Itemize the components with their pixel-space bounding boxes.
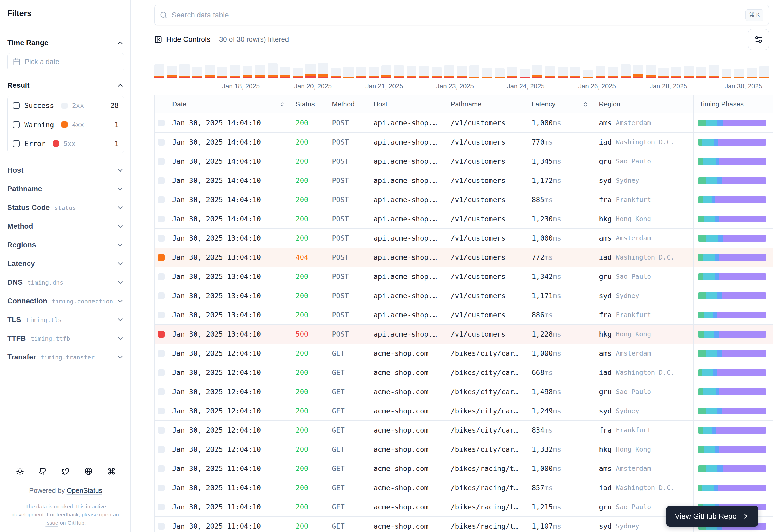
timeline-bar-43[interactable] <box>696 67 707 78</box>
timeline-bar-29[interactable] <box>520 69 530 78</box>
timeline-bar-40[interactable] <box>659 68 669 78</box>
timeline-bar-14[interactable] <box>331 68 341 78</box>
sidebar-item-ttfb[interactable]: TTFBtiming.ttfb <box>7 329 124 348</box>
timeline-bar-34[interactable] <box>583 70 593 78</box>
table-row[interactable]: Jan 30, 2025 12:04:10200GETacme-shop.com… <box>154 363 773 382</box>
timeline-bar-6[interactable] <box>230 65 240 78</box>
checkbox[interactable] <box>13 102 20 109</box>
timeline-bar-2[interactable] <box>179 64 189 78</box>
row-select-checkbox[interactable] <box>158 139 165 146</box>
row-select-checkbox[interactable] <box>158 120 165 126</box>
table-row[interactable]: Jan 30, 2025 14:04:10200POSTapi.acme-sho… <box>154 209 773 229</box>
timeline-bar-3[interactable] <box>192 67 202 78</box>
timeline-bar-44[interactable] <box>709 65 719 78</box>
table-row[interactable]: Jan 30, 2025 14:04:10200POSTapi.acme-sho… <box>154 113 773 133</box>
row-select-checkbox[interactable] <box>158 177 165 184</box>
timeline-bar-7[interactable] <box>243 66 253 78</box>
table-row[interactable]: Jan 30, 2025 12:04:10200GETacme-shop.com… <box>154 421 773 440</box>
table-row[interactable]: Jan 30, 2025 11:04:10200GETacme-shop.com… <box>154 478 773 497</box>
timeline-bar-24[interactable] <box>457 66 467 78</box>
table-row[interactable]: Jan 30, 2025 13:04:10200POSTapi.acme-sho… <box>154 267 773 286</box>
row-select-checkbox[interactable] <box>158 254 165 261</box>
view-github-repo-button[interactable]: View GitHub Repo <box>666 506 758 527</box>
timeline-bar-30[interactable] <box>532 65 542 78</box>
row-select-checkbox[interactable] <box>158 235 165 242</box>
sidebar-item-connection[interactable]: Connectiontiming.connection <box>7 292 124 310</box>
openstatus-link[interactable]: OpenStatus <box>67 487 102 494</box>
table-row[interactable]: Jan 30, 2025 11:04:10200GETacme-shop.com… <box>154 459 773 478</box>
timeline-bar-4[interactable] <box>205 65 215 78</box>
view-options-button[interactable] <box>748 29 769 50</box>
table-row[interactable]: Jan 30, 2025 14:04:10200POSTapi.acme-sho… <box>154 133 773 152</box>
timeline-bar-41[interactable] <box>671 67 681 78</box>
row-select-checkbox[interactable] <box>158 504 165 510</box>
sidebar-item-method[interactable]: Method <box>7 217 124 236</box>
sidebar-item-transfer[interactable]: Transfertiming.transfer <box>7 348 124 366</box>
timeline-bar-23[interactable] <box>444 65 454 78</box>
sun-icon[interactable] <box>16 467 24 475</box>
timeline-bar-5[interactable] <box>218 67 228 78</box>
timeline-bar-20[interactable] <box>406 66 417 78</box>
timeline-bar-42[interactable] <box>684 66 694 78</box>
timeline-bar-28[interactable] <box>507 67 517 78</box>
table-row[interactable]: Jan 30, 2025 12:04:10200GETacme-shop.com… <box>154 382 773 401</box>
hide-controls-button[interactable]: Hide Controls <box>154 35 211 44</box>
timeline-bar-36[interactable] <box>608 67 618 78</box>
timeline-bar-27[interactable] <box>494 68 505 78</box>
timeline-bar-37[interactable] <box>621 64 631 78</box>
timeline-bar-45[interactable] <box>722 69 732 78</box>
timeline-bar-12[interactable] <box>306 64 316 78</box>
search-input[interactable] <box>172 11 741 19</box>
sidebar-item-tls[interactable]: TLStiming.tls <box>7 310 124 329</box>
sidebar-item-pathname[interactable]: Pathname <box>7 180 124 198</box>
row-select-checkbox[interactable] <box>158 427 165 434</box>
checkbox[interactable] <box>13 140 20 147</box>
twitter-icon[interactable] <box>62 467 70 475</box>
date-picker-input[interactable]: Pick a date <box>7 53 124 70</box>
table-row[interactable]: Jan 30, 2025 12:04:10200GETacme-shop.com… <box>154 344 773 363</box>
table-row[interactable]: Jan 30, 2025 14:04:10200POSTapi.acme-sho… <box>154 171 773 190</box>
timeline-bar-48[interactable] <box>760 66 770 78</box>
result-option-error[interactable]: Error5xx1 <box>8 134 124 153</box>
row-select-checkbox[interactable] <box>158 158 165 165</box>
row-select-checkbox[interactable] <box>158 485 165 491</box>
row-select-checkbox[interactable] <box>158 196 165 203</box>
result-option-warning[interactable]: Warning4xx1 <box>8 115 124 134</box>
table-row[interactable]: Jan 30, 2025 14:04:10200POSTapi.acme-sho… <box>154 190 773 209</box>
column-header-date[interactable]: Date <box>166 95 290 113</box>
timeline-bar-25[interactable] <box>469 65 479 78</box>
time-range-section-header[interactable]: Time Range <box>7 39 124 47</box>
table-row[interactable]: Jan 30, 2025 13:04:10404POSTapi.acme-sho… <box>154 248 773 267</box>
row-select-checkbox[interactable] <box>158 465 165 472</box>
row-select-checkbox[interactable] <box>158 331 165 338</box>
timeline-bar-26[interactable] <box>482 68 492 78</box>
row-select-checkbox[interactable] <box>158 408 165 414</box>
sidebar-item-latency[interactable]: Latency <box>7 254 124 273</box>
timeline-bar-8[interactable] <box>255 65 265 78</box>
timeline-bar-18[interactable] <box>381 65 391 78</box>
timeline-bar-10[interactable] <box>280 67 290 78</box>
row-select-checkbox[interactable] <box>158 312 165 318</box>
table-row[interactable]: Jan 30, 2025 13:04:10200POSTapi.acme-sho… <box>154 229 773 248</box>
sidebar-item-dns[interactable]: DNStiming.dns <box>7 273 124 292</box>
timeline-bar-46[interactable] <box>734 69 744 78</box>
table-row[interactable]: Jan 30, 2025 14:04:10200POSTapi.acme-sho… <box>154 152 773 171</box>
table-row[interactable]: Jan 30, 2025 13:04:10200POSTapi.acme-sho… <box>154 286 773 305</box>
row-select-checkbox[interactable] <box>158 388 165 395</box>
timeline-bar-0[interactable] <box>154 64 164 78</box>
table-row[interactable]: Jan 30, 2025 12:04:10200GETacme-shop.com… <box>154 440 773 459</box>
timeline-bar-38[interactable] <box>633 65 643 78</box>
timeline-bar-47[interactable] <box>747 68 757 78</box>
globe-icon[interactable] <box>85 467 92 475</box>
timeline-bar-16[interactable] <box>356 67 366 78</box>
timeline-bar-13[interactable] <box>318 63 328 78</box>
command-icon[interactable] <box>107 467 115 475</box>
result-option-success[interactable]: Success2xx28 <box>8 96 124 115</box>
table-row[interactable]: Jan 30, 2025 12:04:10200GETacme-shop.com… <box>154 401 773 421</box>
timeline-bar-22[interactable] <box>432 67 442 78</box>
result-section-header[interactable]: Result <box>7 81 124 90</box>
timeline-bar-11[interactable] <box>293 68 303 78</box>
timeline-bar-35[interactable] <box>596 66 606 78</box>
table-row[interactable]: Jan 30, 2025 13:04:10200POSTapi.acme-sho… <box>154 305 773 325</box>
timeline-bar-17[interactable] <box>369 67 379 78</box>
